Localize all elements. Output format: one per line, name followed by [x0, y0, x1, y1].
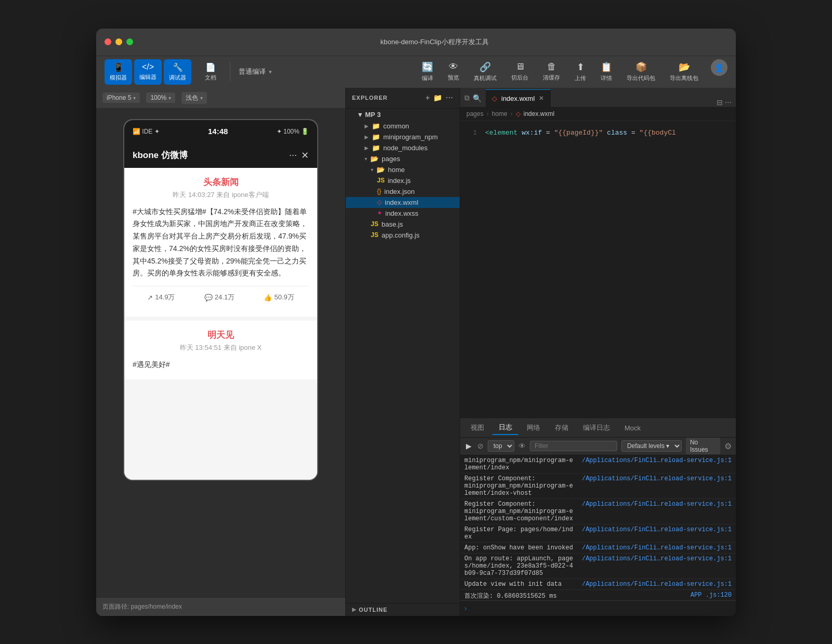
editor-content[interactable]: 1 <element wx:if = "{{pageId}}" class = … [460, 121, 736, 418]
file-app-config[interactable]: JS app.config.js [346, 230, 460, 241]
post-card-2: 明天见 昨天 13:54:51 来自 ipone X #遇见美好# [124, 321, 317, 379]
more-icon[interactable]: ··· [289, 150, 297, 161]
compile-chevron-icon: ▾ [269, 69, 272, 75]
export-code-icon: 📦 [635, 61, 647, 73]
log-source-4[interactable]: /Applications/FinCli…reload-service.js:1 [582, 544, 732, 551]
file-index-json-label: index.json [384, 188, 415, 195]
search-editor-icon[interactable]: 🔍 [473, 94, 482, 102]
split-editor-icon[interactable]: ⊟ [717, 98, 723, 107]
console-tabs: 视图 日志 网络 存储 编译日志 Mock [460, 419, 736, 438]
compile-action[interactable]: 🔄 编译 [415, 59, 439, 84]
scale-chevron-icon: ▾ [168, 95, 171, 101]
refresh-icon: 🔄 [422, 61, 433, 73]
separator [230, 62, 230, 81]
console-stop-icon[interactable]: ⊘ [477, 442, 484, 450]
bug-icon: 🔧 [173, 62, 183, 72]
tree-root-header[interactable]: ▾ MP 3 [346, 109, 460, 121]
log-source-3[interactable]: /Applications/FinCli…reload-service.js:1 [582, 526, 732, 533]
clearcache-action[interactable]: 🗑 清缓存 [537, 59, 566, 84]
console-default-level[interactable]: Default levels ▾ [621, 440, 682, 452]
log-source-2[interactable]: /Applications/FinCli…reload-service.js:1 [582, 501, 732, 508]
log-source-6[interactable]: /Applications/FinCli…reload-service.js:1 [582, 581, 732, 588]
more-options-icon[interactable]: ··· [446, 94, 453, 102]
user-avatar[interactable]: 👤 [711, 59, 727, 76]
bg-icon: 🖥 [515, 61, 525, 72]
tab-close-icon[interactable]: ✕ [539, 95, 544, 102]
eye-icon: 👁 [449, 61, 458, 72]
folder-common[interactable]: ▶ 📁 common [346, 121, 460, 132]
log-source-7[interactable]: APP .js:120 [586, 592, 732, 599]
scale-select[interactable]: 100% ▾ [146, 93, 175, 103]
file-index-json[interactable]: {} index.json [346, 186, 460, 197]
close-nav-icon[interactable]: ✕ [301, 150, 309, 161]
phone-icon: 📱 [113, 62, 124, 72]
tab-index-wxml[interactable]: ◇ index.wxml ✕ [486, 89, 551, 107]
file-index-js[interactable]: JS index.js [346, 175, 460, 186]
comments-value: 24.1万 [215, 293, 235, 302]
more-editor-icon[interactable]: ··· [725, 98, 732, 107]
console-settings-icon[interactable]: ⚙ [724, 441, 732, 451]
file-index-wxss[interactable]: ✦ index.wxss [346, 208, 460, 219]
editor-button[interactable]: </> 编辑器 [134, 59, 162, 85]
folder-pages-label: pages [382, 155, 400, 163]
tab-mock[interactable]: Mock [618, 422, 647, 434]
console-run-button[interactable]: ▶ [464, 441, 473, 451]
copy-icon[interactable]: ⧉ [464, 94, 470, 102]
console-level-filter[interactable]: top [488, 440, 514, 452]
theme-select[interactable]: 浅色 ▾ [181, 92, 207, 104]
folder-home-label: home [388, 166, 405, 174]
log-source-0[interactable]: /Applications/FinCli…reload-service.js:1 [582, 457, 732, 464]
tab-log[interactable]: 日志 [492, 420, 518, 435]
file-base-js[interactable]: JS base.js [346, 219, 460, 230]
compile-selector[interactable]: 普通编译 ▾ [239, 67, 272, 76]
wxss-file-icon: ✦ [377, 209, 382, 217]
preview-action[interactable]: 👁 预览 [441, 59, 465, 84]
file-index-wxml[interactable]: ◇ index.wxml [346, 197, 460, 208]
close-button[interactable] [105, 38, 111, 45]
folder-pages[interactable]: ▾ 📂 pages [346, 153, 460, 164]
avatar-icon: 👤 [714, 63, 724, 73]
chevron-down-icon: ▾ [371, 167, 373, 173]
editor-search-area: ⧉ 🔍 [460, 94, 486, 102]
views-value: 14.9万 [155, 293, 175, 302]
tab-view[interactable]: 视图 [464, 421, 490, 435]
post-meta-1: 昨天 14:03:27 来自 ipone客户端 [133, 190, 309, 200]
post-author-2: 明天见 [133, 329, 309, 341]
js-file-icon: JS [371, 220, 379, 228]
comments-icon: 💬 [204, 294, 213, 301]
device-select[interactable]: iPhone 5 ▾ [102, 93, 140, 103]
chevron-right-icon: ▶ [365, 134, 369, 140]
log-source-1[interactable]: /Applications/FinCli…reload-service.js:1 [582, 475, 732, 482]
folder-miniprogram-npm[interactable]: ▶ 📁 miniprogram_npm [346, 132, 460, 142]
debug-button[interactable]: 🔧 调试器 [164, 59, 191, 85]
maximize-button[interactable] [126, 38, 133, 45]
file-app-config-label: app.config.js [382, 231, 420, 239]
console-toolbar: ▶ ⊘ top 👁 Default levels ▾ No Issues ⚙ [460, 438, 736, 455]
new-file-icon[interactable]: + [425, 94, 430, 102]
export-code-action[interactable]: 📦 导出代码包 [620, 59, 661, 84]
detail-action[interactable]: 📋 详情 [594, 59, 618, 84]
export-offline-action[interactable]: 📂 导出离线包 [664, 59, 705, 84]
log-message-4: App: onShow have been invoked [464, 544, 576, 551]
docs-button[interactable]: 📄 文档 [200, 59, 222, 85]
editor-tabs: ⧉ 🔍 ◇ index.wxml ✕ ⊟ ··· [460, 88, 736, 108]
realtest-action[interactable]: 🔗 真机调试 [467, 59, 503, 84]
upload-action[interactable]: ⬆ 上传 [568, 59, 592, 84]
device-chevron-icon: ▾ [133, 95, 136, 101]
console-eye-icon[interactable]: 👁 [518, 442, 526, 450]
new-folder-icon[interactable]: 📁 [433, 94, 443, 102]
log-source-5[interactable]: /Applications/FinCli…reload-service.js:1 [582, 555, 732, 562]
breadcrumb-index-wxml: index.wxml [524, 110, 554, 117]
wxml-file-icon: ◇ [377, 199, 382, 206]
tab-network[interactable]: 网络 [521, 421, 547, 435]
console-filter-input[interactable] [530, 441, 617, 451]
folder-node-modules[interactable]: ▶ 📁 node_modules [346, 142, 460, 153]
minimize-button[interactable] [115, 38, 122, 45]
comments-count: 💬 24.1万 [204, 293, 235, 302]
folder-home[interactable]: ▾ 📂 home [346, 164, 460, 175]
simulator-button[interactable]: 📱 模拟器 [105, 59, 132, 85]
cutbg-action[interactable]: 🖥 切后台 [505, 59, 535, 84]
tab-compile-log[interactable]: 编译日志 [577, 421, 616, 435]
tab-storage[interactable]: 存储 [549, 421, 575, 435]
no-issues-badge: No Issues [686, 438, 720, 454]
